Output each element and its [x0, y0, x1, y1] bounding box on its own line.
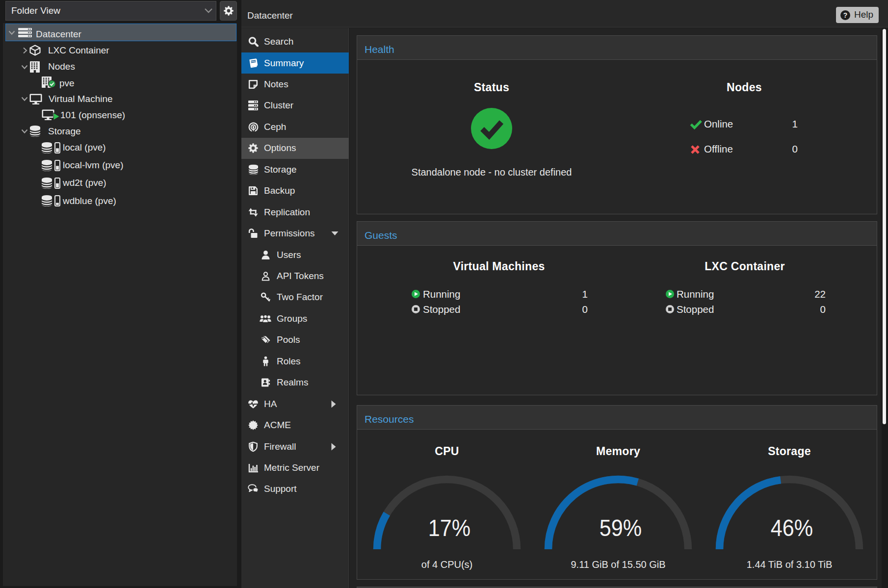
svg-text:?: ? — [843, 11, 848, 19]
